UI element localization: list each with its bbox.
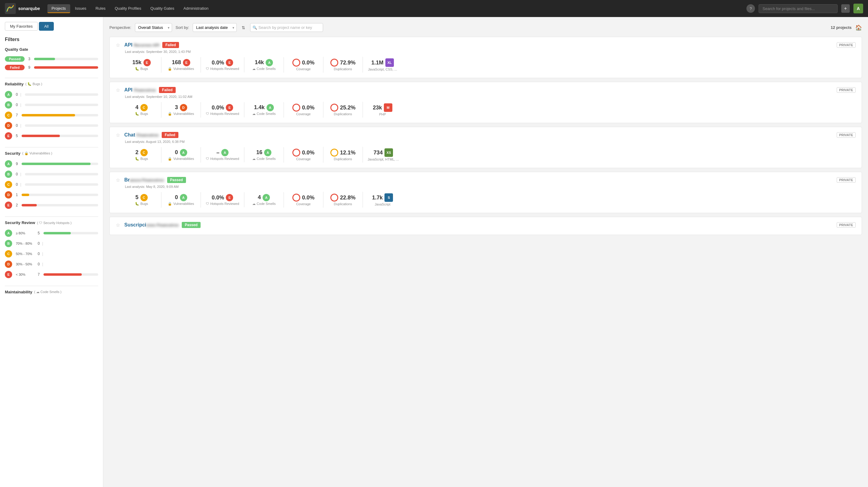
coverage-ring-3 bbox=[292, 149, 300, 157]
tab-my-favorites[interactable]: My Favorites bbox=[5, 22, 38, 31]
hotspot-icon-1: 🛡 bbox=[206, 67, 209, 70]
status-badge-5: Passed bbox=[182, 222, 200, 228]
smells-value-3: 16 bbox=[256, 149, 262, 156]
smells-rating-3: A bbox=[264, 149, 271, 156]
security-c[interactable]: C 0 | bbox=[5, 179, 98, 190]
metric-vuln-3: 0 A 🔒 Vulnerabilities bbox=[161, 147, 201, 163]
reliability-c[interactable]: C 7 bbox=[5, 110, 98, 120]
smells-rating-4: A bbox=[262, 194, 270, 201]
bugs-value-2: 4 bbox=[135, 104, 138, 111]
help-button[interactable]: ? bbox=[746, 4, 755, 13]
reliability-e[interactable]: E 5 bbox=[5, 131, 98, 141]
vuln-value-2: 3 bbox=[175, 104, 178, 111]
project-name-3[interactable]: Chat Financeiros bbox=[124, 132, 159, 138]
quality-gate-failed[interactable]: Failed 9 bbox=[5, 63, 98, 72]
nav-projects[interactable]: Projects bbox=[48, 4, 70, 13]
vuln-rating-3: A bbox=[180, 149, 187, 156]
sort-select[interactable]: Last analysis date bbox=[193, 23, 237, 32]
perspective-select[interactable]: Overall Status bbox=[135, 23, 172, 32]
security-a[interactable]: A 9 bbox=[5, 159, 98, 169]
metric-dup-4: 22.8% Duplications bbox=[323, 192, 363, 208]
security-review-d[interactable]: D 30% - 50% 0 | bbox=[5, 259, 98, 269]
bugs-icon-3: 🐛 bbox=[135, 157, 139, 161]
project-name-2[interactable]: API Financeiros bbox=[124, 87, 156, 93]
filter-security-review: Security Review ( 🛡 Security Hotspots ) … bbox=[5, 220, 98, 280]
vuln-icon-3: 🔒 bbox=[168, 157, 172, 161]
reliability-b[interactable]: B 0 | bbox=[5, 100, 98, 110]
failed-count: 9 bbox=[28, 65, 30, 70]
security-review-e[interactable]: E < 30% 7 bbox=[5, 269, 98, 280]
security-review-a[interactable]: A ≥ 80% 5 bbox=[5, 228, 98, 238]
reliability-a[interactable]: A 0 | bbox=[5, 89, 98, 100]
metric-dup-3: 12.1% Duplications bbox=[323, 147, 363, 163]
star-icon-1[interactable]: ☆ bbox=[116, 42, 120, 48]
dup-value-4: 22.8% bbox=[340, 194, 355, 201]
metric-hotspot-3: – A 🛡 Hotspots Reviewed bbox=[201, 147, 244, 162]
top-navigation: sonarqube Projects Issues Rules Quality … bbox=[0, 0, 868, 17]
smells-rating-1: A bbox=[266, 59, 273, 66]
security-e[interactable]: E 2 bbox=[5, 200, 98, 210]
filter-quality-gate: Quality Gate Passed 3 Failed 9 bbox=[5, 47, 98, 72]
card-3-date: Last analysis: August 13, 2020, 6:38 PM bbox=[125, 140, 856, 144]
nav-quality-gates[interactable]: Quality Gates bbox=[146, 4, 179, 13]
vuln-value-1: 168 bbox=[172, 59, 181, 66]
card-2-title-row: ☆ API Financeiros Failed bbox=[116, 87, 176, 93]
card-3-metrics: 2 C 🐛 Bugs 0 A 🔒 Vulnerabilities – A bbox=[122, 147, 856, 163]
coverage-value-1: 0.0% bbox=[302, 60, 315, 66]
smells-icon-1: ☁ bbox=[252, 67, 256, 71]
project-name-1[interactable]: API Recursos API bbox=[124, 42, 159, 48]
card-4-metrics: 5 C 🐛 Bugs 0 A 🔒 Vulnerabilities 0.0% bbox=[122, 191, 856, 208]
vuln-rating-4: A bbox=[180, 194, 187, 201]
card-4-private: PRIVATE bbox=[837, 177, 856, 183]
create-button[interactable]: + bbox=[841, 4, 850, 13]
sort-order-icon[interactable]: ⇅ bbox=[242, 25, 245, 30]
star-icon-4[interactable]: ☆ bbox=[116, 177, 120, 183]
nav-quality-profiles[interactable]: Quality Profiles bbox=[110, 4, 145, 13]
perspective-select-wrapper: Overall Status bbox=[135, 23, 172, 32]
card-1-date: Last analysis: September 30, 2020, 1:43 … bbox=[125, 50, 856, 54]
nav-rules[interactable]: Rules bbox=[91, 4, 110, 13]
global-search-input[interactable] bbox=[758, 4, 838, 13]
reliability-d[interactable]: D 0 | bbox=[5, 120, 98, 131]
user-avatar[interactable]: A bbox=[854, 4, 863, 13]
dup-ring-3 bbox=[330, 149, 338, 157]
project-name-4[interactable]: Brazuca Financeiros bbox=[124, 177, 164, 183]
metric-coverage-1: 0.0% Coverage bbox=[284, 57, 323, 73]
rating-circle-b: B bbox=[5, 101, 12, 109]
projects-count: 12 projects bbox=[831, 25, 851, 30]
filters-title: Filters bbox=[5, 37, 98, 42]
metric-size-2: 23k M PHP bbox=[363, 101, 402, 118]
metric-hotspot-1: 0.0% E 🛡 Hotspots Reviewed bbox=[201, 57, 244, 72]
project-name-5[interactable]: Suscripciones Financeiros bbox=[124, 222, 179, 228]
metric-dup-1: 72.9% Duplications bbox=[323, 57, 363, 73]
nav-right: ? + A bbox=[746, 4, 863, 13]
home-icon[interactable]: 🏠 bbox=[855, 24, 862, 31]
star-icon-2[interactable]: ☆ bbox=[116, 87, 120, 93]
card-2-header: ☆ API Financeiros Failed PRIVATE bbox=[116, 87, 856, 93]
security-review-c[interactable]: C 50% - 70% 0 | bbox=[5, 249, 98, 259]
passed-count: 3 bbox=[28, 57, 30, 61]
status-badge-3: Failed bbox=[162, 132, 178, 138]
star-icon-5[interactable]: ☆ bbox=[116, 222, 120, 228]
bugs-value-3: 2 bbox=[135, 149, 138, 156]
nav-issues[interactable]: Issues bbox=[71, 4, 91, 13]
project-search-input[interactable] bbox=[250, 23, 323, 32]
card-3-title-row: ☆ Chat Financeiros Failed bbox=[116, 132, 178, 138]
tab-all[interactable]: All bbox=[39, 22, 54, 31]
vuln-icon-2: 🔒 bbox=[168, 112, 172, 116]
metric-bugs-1: 15k E 🐛 Bugs bbox=[122, 57, 161, 73]
nav-administration[interactable]: Administration bbox=[179, 4, 213, 13]
metric-smells-2: 1.4k A ☁ Code Smells bbox=[244, 102, 284, 118]
bugs-icon-1: 🐛 bbox=[135, 67, 139, 71]
hotspot-value-1: 0.0% bbox=[212, 60, 224, 66]
security-review-b[interactable]: B 70% - 80% 0 | bbox=[5, 238, 98, 249]
filter-security: Security ( 🔒 Vulnerabilities ) A 9 B 0 |… bbox=[5, 151, 98, 210]
smells-icon-3: ☁ bbox=[252, 157, 256, 161]
security-b[interactable]: B 0 | bbox=[5, 169, 98, 179]
perspective-label: Perspective: bbox=[110, 25, 131, 30]
quality-gate-passed[interactable]: Passed 3 bbox=[5, 55, 98, 63]
card-4-title-row: ☆ Brazuca Financeiros Passed bbox=[116, 177, 186, 183]
project-card-1: ☆ API Recursos API Failed PRIVATE Last a… bbox=[110, 37, 862, 78]
security-d[interactable]: D 1 bbox=[5, 190, 98, 200]
star-icon-3[interactable]: ☆ bbox=[116, 132, 120, 138]
